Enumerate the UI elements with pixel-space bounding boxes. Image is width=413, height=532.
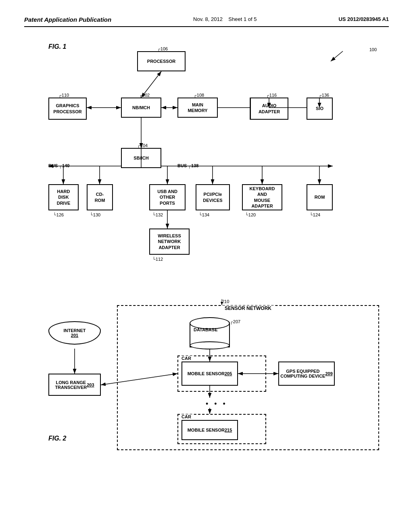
main-memory-box: MAINMEMORY	[177, 98, 218, 118]
wireless-box: WIRELESSNETWORKADAPTER	[149, 229, 190, 255]
header-right: US 2012/0283945 A1	[338, 16, 389, 22]
keyboard-box: KEYBOARDANDMOUSEADAPTER	[242, 184, 282, 210]
ref-104: ┌104	[137, 143, 148, 148]
cd-rom-box: CD-ROM	[87, 184, 113, 210]
fig2-section: FIG. 2 210 SENSOR NETWORK DATABASE ┌207 …	[24, 297, 389, 458]
ref-134: └134	[199, 212, 209, 217]
ref-210: 210	[222, 299, 229, 304]
ref-124: └124	[310, 212, 320, 217]
car-label-2: CAR	[180, 414, 192, 419]
graphics-processor-box: GRAPHICSPROCESSOR	[48, 98, 87, 120]
ref-100: 100	[369, 47, 377, 52]
pci-box: PCI/PCIeDEVICES	[196, 184, 230, 210]
ref-106: ┌106	[157, 46, 168, 51]
sensor-network-label: SENSOR NETWORK	[221, 305, 275, 311]
fig1-label: FIG. 1	[48, 43, 66, 50]
sb-ich-box: SB/ICH	[121, 148, 161, 168]
ref-120: └120	[245, 212, 256, 217]
ref-136: ┌136	[319, 93, 329, 98]
svg-line-4	[331, 51, 343, 61]
ref-112: └112	[152, 257, 163, 262]
fig2-label: FIG. 2	[48, 435, 66, 442]
processor-box: PROCESSOR	[137, 51, 186, 71]
gps-box: GPS EQUIPPEDCOMPUTING DEVICE 209	[278, 362, 335, 386]
database-bottom	[190, 341, 230, 349]
bus-140-label: BUS ┌140	[48, 163, 69, 168]
bus-138-label: BUS ┌138	[177, 163, 198, 168]
mobile-sensor-205-box: MOBILE SENSOR 205	[181, 362, 238, 386]
fig1-arrows	[24, 39, 389, 289]
usb-box: USB ANDOTHERPORTS	[149, 184, 186, 210]
ref-207: ┌207	[230, 319, 240, 324]
ref-116: ┌116	[266, 93, 277, 98]
fig1-section: FIG. 1 100 PROCESSOR ┌106 NB/MCH ┌102 MA…	[24, 39, 389, 289]
long-range-box: LONG RANGETRANSCEIVER 203	[48, 374, 101, 396]
ellipsis-dots: • • •	[206, 400, 227, 408]
car-label-1: CAR	[180, 356, 192, 361]
ref-132: └132	[152, 212, 163, 217]
database-label: DATABASE	[194, 327, 217, 332]
ref-110: ┌110	[58, 93, 69, 98]
rom-box: ROM	[307, 184, 333, 210]
page: Patent Application Publication Nov. 8, 2…	[0, 0, 413, 532]
header-left: Patent Application Publication	[24, 16, 111, 23]
ref-130: └130	[90, 212, 100, 217]
audio-adapter-box: AUDIOADAPTER	[250, 98, 288, 120]
ref-102: ┌102	[139, 93, 150, 98]
mobile-sensor-215-box: MOBILE SENSOR 215	[181, 420, 238, 440]
nb-mch-box: NB/MCH	[121, 98, 161, 118]
sio-box: SIO	[307, 98, 333, 120]
internet-cloud: INTERNET201	[48, 321, 101, 345]
header-center: Nov. 8, 2012 Sheet 1 of 5	[193, 16, 257, 22]
hard-disk-box: HARDDISKDRIVE	[48, 184, 79, 210]
header: Patent Application Publication Nov. 8, 2…	[24, 16, 389, 27]
ref-108: ┌108	[194, 93, 204, 98]
ref-126: └126	[53, 212, 64, 217]
